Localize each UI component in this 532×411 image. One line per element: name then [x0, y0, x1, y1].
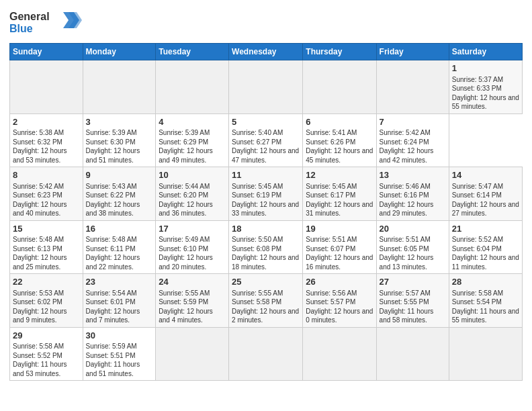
sunset-text: Sunset: 6:32 PM — [13, 138, 80, 147]
daylight-text: Daylight: 11 hours and 58 minutes. — [380, 307, 446, 325]
day-number: 23 — [86, 276, 153, 288]
calendar-cell: 14Sunrise: 5:47 AMSunset: 6:14 PMDayligh… — [449, 167, 522, 221]
calendar-cell: 16Sunrise: 5:48 AMSunset: 6:11 PMDayligh… — [83, 220, 156, 274]
daylight-text: Daylight: 12 hours and 31 minutes. — [306, 200, 373, 218]
daylight-text: Daylight: 12 hours and 29 minutes. — [380, 200, 446, 218]
sunset-text: Sunset: 6:08 PM — [232, 244, 300, 254]
daylight-text: Daylight: 12 hours and 7 minutes. — [86, 307, 153, 325]
calendar-cell: 6Sunrise: 5:41 AMSunset: 6:26 PMDaylight… — [303, 113, 376, 167]
calendar-cell — [229, 60, 303, 114]
daylight-text: Daylight: 11 hours and 55 minutes. — [452, 307, 519, 325]
calendar-cell — [156, 327, 229, 381]
calendar-cell: 7Sunrise: 5:42 AMSunset: 6:24 PMDaylight… — [376, 113, 449, 167]
svg-text:Blue: Blue — [9, 23, 33, 34]
sunrise-text: Sunrise: 5:50 AM — [232, 235, 300, 244]
calendar-cell: 26Sunrise: 5:56 AMSunset: 5:57 PMDayligh… — [303, 274, 376, 328]
sunset-text: Sunset: 6:26 PM — [306, 138, 373, 147]
calendar-cell: 10Sunrise: 5:44 AMSunset: 6:20 PMDayligh… — [156, 167, 229, 221]
day-number: 3 — [86, 116, 153, 128]
daylight-text: Daylight: 12 hours and 0 minutes. — [306, 307, 373, 325]
day-number: 13 — [380, 169, 446, 181]
calendar-cell: 21Sunrise: 5:52 AMSunset: 6:04 PMDayligh… — [449, 220, 522, 274]
sunrise-text: Sunrise: 5:51 AM — [306, 235, 373, 244]
sunrise-text: Sunrise: 5:39 AM — [159, 128, 226, 138]
day-number: 19 — [306, 223, 373, 235]
sunset-text: Sunset: 5:57 PM — [306, 298, 373, 307]
sunset-text: Sunset: 5:54 PM — [452, 298, 519, 307]
daylight-text: Daylight: 12 hours and 22 minutes. — [86, 253, 153, 271]
calendar-cell — [83, 60, 156, 114]
week-row-3: 15Sunrise: 5:48 AMSunset: 6:13 PMDayligh… — [10, 220, 523, 274]
day-number: 26 — [306, 276, 373, 288]
header-cell-wednesday: Wednesday — [229, 44, 303, 60]
daylight-text: Daylight: 12 hours and 20 minutes. — [159, 253, 226, 271]
calendar-container: General Blue SundayMondayTuesdayWednesda… — [0, 0, 532, 386]
daylight-text: Daylight: 12 hours and 40 minutes. — [13, 200, 80, 218]
sunrise-text: Sunrise: 5:58 AM — [452, 289, 519, 298]
sunrise-text: Sunrise: 5:51 AM — [380, 235, 446, 244]
sunrise-text: Sunrise: 5:37 AM — [452, 75, 519, 85]
logo-svg: General Blue — [9, 7, 83, 36]
sunrise-text: Sunrise: 5:45 AM — [306, 182, 373, 191]
daylight-text: Daylight: 12 hours and 42 minutes. — [380, 146, 446, 165]
sunset-text: Sunset: 5:55 PM — [380, 298, 446, 307]
calendar-cell: 3Sunrise: 5:39 AMSunset: 6:30 PMDaylight… — [83, 113, 156, 167]
sunset-text: Sunset: 6:01 PM — [86, 298, 153, 307]
day-number: 30 — [86, 330, 153, 342]
daylight-text: Daylight: 12 hours and 27 minutes. — [452, 200, 519, 218]
sunrise-text: Sunrise: 5:38 AM — [13, 128, 80, 138]
day-number: 11 — [232, 169, 300, 181]
calendar-cell — [10, 60, 83, 114]
calendar-cell: 29Sunrise: 5:58 AMSunset: 5:52 PMDayligh… — [10, 327, 83, 381]
daylight-text: Daylight: 12 hours and 9 minutes. — [13, 307, 80, 325]
calendar-cell: 24Sunrise: 5:55 AMSunset: 5:59 PMDayligh… — [156, 274, 229, 328]
daylight-text: Daylight: 11 hours and 53 minutes. — [13, 360, 80, 378]
calendar-cell — [229, 327, 303, 381]
calendar-cell: 13Sunrise: 5:46 AMSunset: 6:16 PMDayligh… — [376, 167, 449, 221]
sunrise-text: Sunrise: 5:40 AM — [232, 128, 300, 138]
sunrise-text: Sunrise: 5:58 AM — [13, 342, 80, 351]
daylight-text: Daylight: 12 hours and 18 minutes. — [232, 253, 300, 271]
header-cell-tuesday: Tuesday — [156, 44, 229, 60]
sunset-text: Sunset: 6:23 PM — [13, 191, 80, 200]
sunset-text: Sunset: 5:52 PM — [13, 351, 80, 361]
calendar-cell: 20Sunrise: 5:51 AMSunset: 6:05 PMDayligh… — [376, 220, 449, 274]
day-number: 21 — [452, 223, 519, 235]
calendar-cell: 23Sunrise: 5:54 AMSunset: 6:01 PMDayligh… — [83, 274, 156, 328]
calendar-cell: 19Sunrise: 5:51 AMSunset: 6:07 PMDayligh… — [303, 220, 376, 274]
calendar-cell: 8Sunrise: 5:42 AMSunset: 6:23 PMDaylight… — [10, 167, 83, 221]
calendar-cell — [376, 60, 449, 114]
day-number: 6 — [306, 116, 373, 128]
week-row-0: 1Sunrise: 5:37 AMSunset: 6:33 PMDaylight… — [10, 60, 523, 114]
day-number: 12 — [306, 169, 373, 181]
calendar-cell: 15Sunrise: 5:48 AMSunset: 6:13 PMDayligh… — [10, 220, 83, 274]
day-number: 24 — [159, 276, 226, 288]
daylight-text: Daylight: 12 hours and 49 minutes. — [159, 146, 226, 165]
sunset-text: Sunset: 6:07 PM — [306, 244, 373, 254]
calendar-cell: 12Sunrise: 5:45 AMSunset: 6:17 PMDayligh… — [303, 167, 376, 221]
header-cell-thursday: Thursday — [303, 44, 376, 60]
sunset-text: Sunset: 5:58 PM — [232, 298, 300, 307]
calendar-cell: 5Sunrise: 5:40 AMSunset: 6:27 PMDaylight… — [229, 113, 303, 167]
day-number: 2 — [13, 116, 80, 128]
day-number: 25 — [232, 276, 300, 288]
day-number: 29 — [13, 330, 80, 342]
sunset-text: Sunset: 6:14 PM — [452, 191, 519, 200]
sunset-text: Sunset: 6:04 PM — [452, 244, 519, 254]
daylight-text: Daylight: 12 hours and 2 minutes. — [232, 307, 300, 325]
daylight-text: Daylight: 12 hours and 13 minutes. — [380, 253, 446, 271]
header: General Blue — [9, 7, 523, 39]
sunrise-text: Sunrise: 5:39 AM — [86, 128, 153, 138]
day-number: 1 — [452, 62, 519, 75]
calendar-cell — [156, 60, 229, 114]
logo: General Blue — [9, 7, 83, 39]
sunrise-text: Sunrise: 5:44 AM — [159, 182, 226, 191]
sunset-text: Sunset: 6:02 PM — [13, 298, 80, 307]
sunrise-text: Sunrise: 5:59 AM — [86, 342, 153, 351]
calendar-cell: 17Sunrise: 5:49 AMSunset: 6:10 PMDayligh… — [156, 220, 229, 274]
day-number: 22 — [13, 276, 80, 288]
calendar-cell: 27Sunrise: 5:57 AMSunset: 5:55 PMDayligh… — [376, 274, 449, 328]
sunrise-text: Sunrise: 5:46 AM — [380, 182, 446, 191]
day-number: 28 — [452, 276, 519, 288]
calendar-table: SundayMondayTuesdayWednesdayThursdayFrid… — [9, 43, 523, 381]
